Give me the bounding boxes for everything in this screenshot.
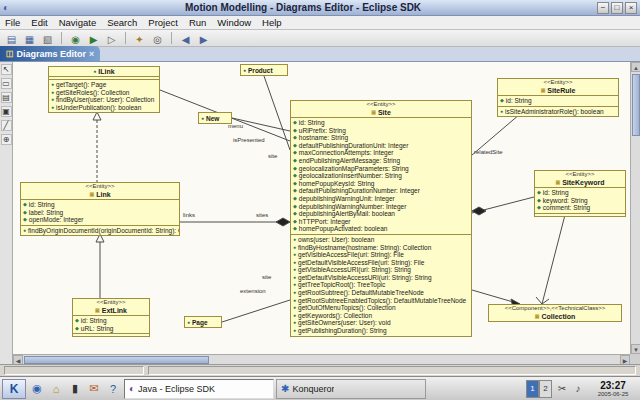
operation-row[interactable]: ●findByOriginDocumentId(originDocumentId… xyxy=(23,227,178,235)
attribute-row[interactable]: ◆depublishingWarningNumber: Integer xyxy=(293,203,470,211)
attribute-row[interactable]: ◆id: String xyxy=(23,201,178,209)
edge-label[interactable]: sites xyxy=(256,212,268,219)
operation-row[interactable]: ●getSiteRoles(): Collection xyxy=(51,89,158,97)
edge-label[interactable]: relatedSite xyxy=(474,149,503,156)
print-icon[interactable]: ▧ xyxy=(40,31,55,46)
minimize-button[interactable]: − xyxy=(597,2,609,14)
operation-row[interactable]: ●getTarget(): Page xyxy=(51,81,158,89)
vertical-scroll-thumb[interactable] xyxy=(632,74,640,136)
operation-row[interactable]: ●getDefaultVisibleAccessURI(uri: String)… xyxy=(293,274,470,282)
help-icon[interactable]: ? xyxy=(104,380,122,398)
marquee-tool-icon[interactable]: ▭ xyxy=(1,78,12,89)
new-wizard-icon[interactable]: ✦ xyxy=(132,31,147,46)
attribute-row[interactable]: ◆label: String xyxy=(23,209,178,217)
horizontal-scroll-thumb[interactable] xyxy=(24,356,209,364)
class-tool-icon[interactable]: ▣ xyxy=(1,106,12,117)
horizontal-scrollbar[interactable]: ◀ ▶ xyxy=(13,354,630,364)
new-file-icon[interactable]: ▤ xyxy=(4,31,19,46)
maximize-button[interactable]: □ xyxy=(611,2,623,14)
edge-label[interactable]: extension xyxy=(240,288,266,295)
menu-file[interactable]: File xyxy=(5,17,20,28)
close-button[interactable]: × xyxy=(625,2,637,14)
uml-class-extlink[interactable]: <<Entity>>▣ExtLink◆id: String◆uRL: Strin… xyxy=(72,298,150,337)
select-tool-icon[interactable]: ↖ xyxy=(1,64,12,75)
attribute-row[interactable]: ◆uRlPrefix: String xyxy=(293,127,470,135)
web-browser-icon[interactable]: ◉ xyxy=(28,380,46,398)
scroll-down-icon[interactable]: ▼ xyxy=(631,344,640,354)
uml-class-product[interactable]: ●Product xyxy=(240,64,288,76)
operation-row[interactable]: ●isUnderPublication(): boolean xyxy=(51,104,158,112)
menu-navigate[interactable]: Navigate xyxy=(59,17,97,28)
attribute-row[interactable]: ◆id: String xyxy=(75,317,148,325)
run-icon[interactable]: ▶ xyxy=(86,31,101,46)
operation-row[interactable]: ●getSiteOwners(user: User): void xyxy=(293,319,470,327)
attribute-row[interactable]: ◆homePopupKeysId: String xyxy=(293,180,470,188)
pager-desktop-1[interactable]: 1 xyxy=(526,380,539,398)
operation-row[interactable]: ●getPublishingDuration(): String xyxy=(293,327,470,335)
attribute-row[interactable]: ◆id: String xyxy=(500,97,617,105)
note-tool-icon[interactable]: ▤ xyxy=(1,92,12,103)
operation-row[interactable]: ●getVisibleAccessFile(uri: String): File xyxy=(293,251,470,259)
uml-class-sitekeyword[interactable]: <<Entity>>▣SiteKeyword◆id: String◆keywor… xyxy=(534,170,626,217)
attribute-row[interactable]: ◆id: String xyxy=(537,189,624,197)
menu-window[interactable]: Window xyxy=(217,17,251,28)
back-icon[interactable]: ◀ xyxy=(178,31,193,46)
menu-help[interactable]: Help xyxy=(262,17,282,28)
association-tool-icon[interactable]: ╱ xyxy=(1,120,12,131)
operation-row[interactable]: ●getRootSubtree(): DefaultMutableTreeNod… xyxy=(293,289,470,297)
forward-icon[interactable]: ▶ xyxy=(196,31,211,46)
attribute-row[interactable]: ◆geolocalizationInsertNumber: String xyxy=(293,172,470,180)
zoom-tool-icon[interactable]: ⊕ xyxy=(1,134,12,145)
search-icon[interactable]: ◎ xyxy=(150,31,165,46)
menu-edit[interactable]: Edit xyxy=(31,17,47,28)
attribute-row[interactable]: ◆geolocalizationMapParameters: String xyxy=(293,165,470,173)
uml-class-siterule[interactable]: <<Entity>>▣SiteRule◆id: String●isSiteAdm… xyxy=(497,78,619,117)
kmail-icon[interactable]: ✉ xyxy=(85,380,103,398)
klipper-icon[interactable]: ✂ xyxy=(554,381,570,397)
window-titlebar[interactable]: ◐ Motion Modelling - Diagrams Editor - E… xyxy=(0,0,640,16)
uml-class-new[interactable]: ●New xyxy=(198,112,232,124)
attribute-row[interactable]: ◆openMode: Integer xyxy=(23,216,178,224)
edge-label[interactable]: menu xyxy=(228,123,243,130)
operation-row[interactable]: ●getDefaultVisibleAccessFile(uri: String… xyxy=(293,259,470,267)
operation-row[interactable]: ●findByHostname(hostname: String): Colle… xyxy=(293,244,470,252)
save-icon[interactable]: ▦ xyxy=(22,31,37,46)
attribute-row[interactable]: ◆uRL: String xyxy=(75,325,148,333)
debug-icon[interactable]: ◉ xyxy=(68,31,83,46)
tab-close-icon[interactable]: × xyxy=(89,49,94,59)
attribute-row[interactable]: ◆depublishingWarningUnit: Integer xyxy=(293,195,470,203)
attribute-row[interactable]: ◆keyword: String xyxy=(537,197,624,205)
edge-label[interactable]: links xyxy=(183,212,195,219)
menu-project[interactable]: Project xyxy=(148,17,178,28)
operation-row[interactable]: ●getKeywords(): Collection xyxy=(293,312,470,320)
attribute-row[interactable]: ◆hTTPPort: Integer xyxy=(293,218,470,226)
edge-label[interactable]: site xyxy=(262,274,271,281)
home-folder-icon[interactable]: ⌂ xyxy=(47,380,65,398)
edge-label[interactable]: isPresented xyxy=(233,137,265,144)
task-eclipse[interactable]: ◐Java - Eclipse SDK xyxy=(124,379,274,399)
attribute-row[interactable]: ◆id: String xyxy=(293,119,470,127)
menu-search[interactable]: Search xyxy=(107,17,137,28)
attribute-row[interactable]: ◆homePopupActivated: boolean xyxy=(293,225,470,233)
attribute-row[interactable]: ◆defaultPublishingDurationNumber: Intege… xyxy=(293,187,470,195)
menu-run[interactable]: Run xyxy=(189,17,206,28)
uml-class-page[interactable]: ●Page xyxy=(184,316,222,328)
operation-row[interactable]: ●isSiteAdministratorRole(): boolean xyxy=(500,108,617,116)
attribute-row[interactable]: ◆hostname: String xyxy=(293,134,470,142)
uml-class-site[interactable]: <<Entity>>▣Site◆id: String◆uRlPrefix: St… xyxy=(290,100,472,337)
operation-row[interactable]: ●getOutOfMenuTopics(): Collection xyxy=(293,304,470,312)
pager-desktop-2[interactable]: 2 xyxy=(539,380,552,398)
operation-row[interactable]: ●getVisibleAccessURI(uri: String): Strin… xyxy=(293,266,470,274)
uml-class-link[interactable]: <<Entity>>▣Link◆id: String◆label: String… xyxy=(20,182,180,236)
operation-row[interactable]: ●getTreeTopicRoot(): TreeTopic xyxy=(293,281,470,289)
attribute-row[interactable]: ◆defaultPublishingDurationUnit: Integer xyxy=(293,142,470,150)
uml-class-ilink[interactable]: ●ILink●getTarget(): Page●getSiteRoles():… xyxy=(48,66,160,113)
attribute-row[interactable]: ◆maxConnectionAttempts: Integer xyxy=(293,149,470,157)
operation-row[interactable]: ●owns(user: User): boolean xyxy=(293,236,470,244)
konsole-icon[interactable]: ▮ xyxy=(66,380,84,398)
operation-row[interactable]: ●getRootSubtreeEnabledTopics(): DefaultM… xyxy=(293,297,470,305)
uml-class-collection[interactable]: <<Component>>,<<TechnicalClass>>▣Collect… xyxy=(488,304,622,322)
operation-row[interactable]: ●findByUser(user: User): Collection xyxy=(51,96,158,104)
vertical-scrollbar[interactable]: ▲ ▼ xyxy=(630,62,640,354)
attribute-row[interactable]: ◆depublishingAlertByMail: boolean xyxy=(293,210,470,218)
